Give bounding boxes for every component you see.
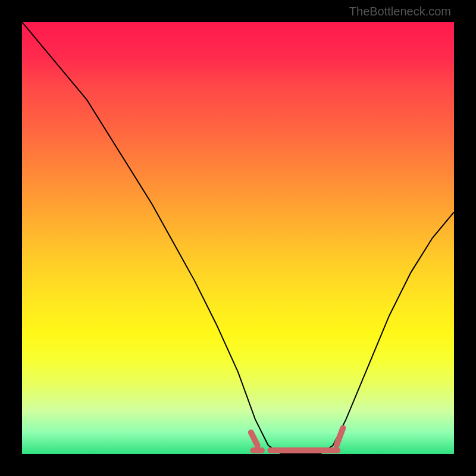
bottleneck-curve [22,22,454,454]
curve-layer [22,22,454,454]
plot-area [22,22,454,454]
watermark-text: TheBottleneck.com [349,5,451,18]
bottleneck-curve-path [22,22,454,454]
chart-container: TheBottleneck.com [0,0,476,476]
dash-segment-end [251,433,258,446]
dash-segment-end [337,428,343,445]
